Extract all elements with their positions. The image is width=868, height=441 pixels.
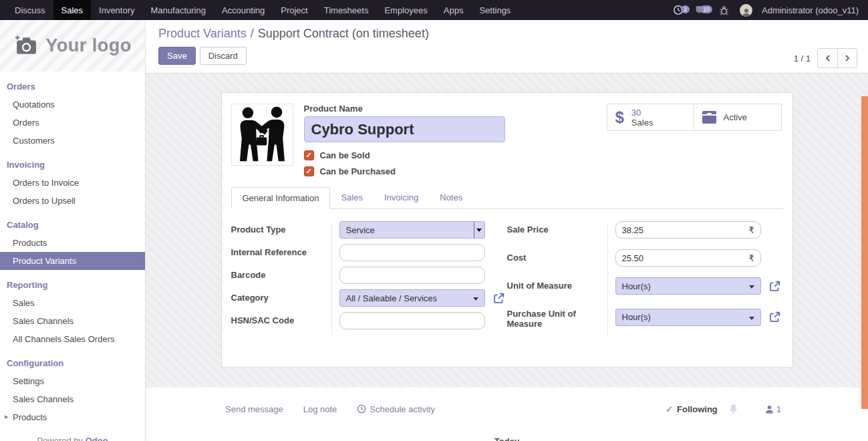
follower-count: 1 bbox=[776, 404, 781, 414]
checkbox-box[interactable]: ✓ bbox=[304, 150, 314, 160]
field-row-barcode: Barcode bbox=[231, 267, 507, 284]
user-menu[interactable]: Administrator (odoo_v11) bbox=[762, 5, 859, 15]
sidebar-section-configuration: Configuration bbox=[0, 354, 145, 372]
followers-button[interactable]: 1 bbox=[765, 404, 781, 414]
sales-stat-button[interactable]: $ 30 Sales bbox=[607, 104, 694, 131]
sidebar-item-sales[interactable]: Sales bbox=[0, 294, 145, 312]
external-link-icon[interactable] bbox=[493, 293, 504, 304]
field-label-barcode: Barcode bbox=[231, 267, 331, 284]
tab-invoicing[interactable]: Invoicing bbox=[374, 187, 429, 209]
sidebar-item-orders[interactable]: Orders bbox=[0, 114, 145, 132]
sidebar-item-quotations[interactable]: Quotations bbox=[0, 96, 145, 114]
pager-previous-button[interactable] bbox=[818, 49, 837, 67]
bell-icon[interactable] bbox=[728, 404, 738, 414]
sidebar-item-settings[interactable]: Settings bbox=[0, 372, 145, 390]
menu-timesheets[interactable]: Timesheets bbox=[316, 0, 377, 20]
menu-employees[interactable]: Employees bbox=[376, 0, 435, 20]
select-product-type[interactable]: Service bbox=[339, 221, 485, 239]
send-message-link[interactable]: Send message bbox=[225, 404, 283, 414]
active-toggle-button[interactable]: Active bbox=[694, 104, 782, 131]
pager-count: 1 / 1 bbox=[794, 53, 811, 63]
sidebar-section-catalog: Catalog bbox=[0, 216, 145, 234]
dropdown-caret-icon[interactable] bbox=[474, 222, 484, 238]
currency-symbol: ₹ bbox=[748, 253, 754, 263]
tab-general-information[interactable]: General Information bbox=[231, 187, 331, 209]
field-row-unit-of-measure: Unit of MeasureHour(s) bbox=[507, 277, 783, 295]
external-link-icon[interactable] bbox=[769, 281, 780, 292]
input-hsn-sac-code[interactable] bbox=[339, 312, 485, 329]
activities-clock-icon[interactable]: 2 bbox=[672, 4, 685, 16]
sidebar-item-sales-channels[interactable]: Sales Channels bbox=[0, 312, 145, 330]
save-button[interactable]: Save bbox=[158, 47, 196, 65]
menu-settings[interactable]: Settings bbox=[471, 0, 519, 20]
field-row-purchase-unit-of-measure: Purchase Unit of MeasureHour(s) bbox=[507, 305, 783, 329]
main-area: Product Variants/Support Contract (on ti… bbox=[146, 20, 868, 441]
schedule-activity-link[interactable]: Schedule activity bbox=[357, 404, 435, 414]
tab-notes[interactable]: Notes bbox=[429, 187, 473, 209]
company-logo[interactable]: Your logo bbox=[0, 20, 145, 71]
breadcrumb: Product Variants/Support Contract (on ti… bbox=[158, 27, 857, 41]
messages-bubble-icon[interactable]: 10 bbox=[694, 4, 708, 16]
notebook-tabs: General InformationSalesInvoicingNotes bbox=[231, 187, 783, 209]
expand-caret-icon[interactable]: ▸ bbox=[5, 412, 9, 421]
sidebar-item-orders-to-upsell[interactable]: Orders to Upsell bbox=[0, 192, 145, 210]
input-internal-reference[interactable] bbox=[339, 244, 485, 261]
breadcrumb-current: Support Contract (on timesheet) bbox=[258, 27, 429, 40]
sidebar-item-products[interactable]: Products bbox=[0, 234, 145, 252]
sidebar-item-sales-channels[interactable]: Sales Channels bbox=[0, 390, 145, 408]
check-icon: ✓ bbox=[666, 404, 673, 414]
sidebar-item-all-channels-sales-orders[interactable]: All Channels Sales Orders bbox=[0, 330, 145, 348]
tab-sales[interactable]: Sales bbox=[330, 187, 374, 209]
log-note-link[interactable]: Log note bbox=[303, 404, 337, 414]
product-name-input[interactable] bbox=[304, 116, 505, 142]
select-category[interactable]: All / Saleable / Services bbox=[339, 289, 485, 307]
input-cost[interactable]: 25.50₹ bbox=[615, 249, 761, 267]
menu-accounting[interactable]: Accounting bbox=[214, 0, 273, 20]
product-image[interactable] bbox=[231, 104, 293, 166]
pager-next-button[interactable] bbox=[837, 49, 857, 67]
dropdown-caret-icon[interactable] bbox=[749, 317, 754, 320]
menu-manufacturing[interactable]: Manufacturing bbox=[143, 0, 214, 20]
discard-button[interactable]: Discard bbox=[200, 47, 247, 65]
external-link-icon[interactable] bbox=[769, 311, 780, 323]
breadcrumb-parent-link[interactable]: Product Variants bbox=[158, 27, 247, 40]
currency-symbol: ₹ bbox=[748, 225, 754, 235]
odoo-link[interactable]: Odoo bbox=[86, 436, 108, 441]
control-panel: Product Variants/Support Contract (on ti… bbox=[146, 20, 868, 74]
menu-discuss[interactable]: Discuss bbox=[7, 0, 53, 20]
sidebar-item-product-variants[interactable]: Product Variants bbox=[0, 252, 145, 270]
sidebar-section-reporting: Reporting bbox=[0, 276, 145, 294]
dropdown-caret-icon[interactable] bbox=[473, 297, 478, 301]
today-separator: Today bbox=[146, 436, 868, 441]
checkbox-box[interactable]: ✓ bbox=[304, 166, 314, 176]
field-row-category: CategoryAll / Saleable / Services bbox=[231, 289, 507, 307]
select-purchase-unit-of-measure[interactable]: Hour(s) bbox=[615, 309, 761, 326]
sales-count: 30 bbox=[631, 108, 654, 118]
menu-sales[interactable]: Sales bbox=[53, 0, 92, 20]
breadcrumb-separator: / bbox=[251, 27, 254, 40]
clock-icon bbox=[357, 404, 366, 414]
selected-value: Hour(s) bbox=[622, 312, 651, 322]
dropdown-caret-icon[interactable] bbox=[749, 285, 754, 289]
vertical-scrollbar[interactable] bbox=[861, 96, 868, 409]
field-row-internal-reference: Internal Reference bbox=[231, 244, 507, 261]
following-button[interactable]: ✓ Following bbox=[666, 404, 718, 414]
stat-button-group: $ 30 Sales Active bbox=[607, 104, 782, 131]
menu-project[interactable]: Project bbox=[273, 0, 315, 20]
sidebar-item-orders-to-invoice[interactable]: Orders to Invoice bbox=[0, 174, 145, 192]
menu-inventory[interactable]: Inventory bbox=[91, 0, 142, 20]
activities-badge: 2 bbox=[681, 5, 690, 13]
field-row-cost: Cost25.50₹ bbox=[507, 249, 783, 267]
select-unit-of-measure[interactable]: Hour(s) bbox=[615, 277, 761, 295]
field-label-cost: Cost bbox=[507, 249, 607, 267]
checkbox-can-be-purchased[interactable]: ✓Can be Purchased bbox=[304, 166, 505, 176]
input-sale-price[interactable]: 38.25₹ bbox=[615, 221, 761, 239]
sidebar-item-products[interactable]: ▸Products bbox=[0, 408, 145, 426]
menu-apps[interactable]: Apps bbox=[436, 0, 472, 20]
bug-icon[interactable] bbox=[717, 4, 730, 16]
sidebar-item-customers[interactable]: Customers bbox=[0, 132, 145, 150]
input-barcode[interactable] bbox=[339, 267, 485, 284]
powered-by: Powered by Odoo bbox=[0, 436, 145, 441]
user-avatar[interactable] bbox=[740, 4, 752, 17]
checkbox-can-be-sold[interactable]: ✓Can be Sold bbox=[304, 150, 505, 160]
